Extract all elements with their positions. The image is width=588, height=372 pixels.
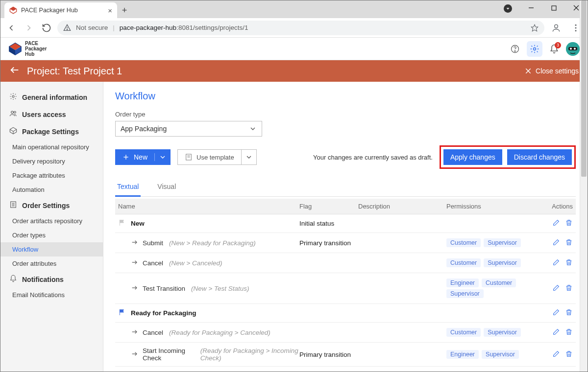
sidebar-item-package-attributes[interactable]: Package attributes: [0, 168, 103, 183]
svg-point-30: [14, 111, 16, 113]
svg-point-8: [67, 29, 67, 29]
transition-name: Cancel: [143, 329, 163, 336]
browser-address-bar: Not secure | pace-packager-hub:8081/sett…: [0, 18, 588, 38]
profile-icon[interactable]: [548, 20, 564, 36]
close-icon: [525, 68, 532, 74]
tab-visual[interactable]: Visual: [155, 179, 178, 197]
edit-icon[interactable]: [552, 258, 560, 268]
avatar[interactable]: [566, 42, 580, 56]
permission-chip[interactable]: Supervisor: [484, 328, 521, 337]
sidebar-section-users-access[interactable]: Users access: [0, 106, 103, 123]
edit-icon[interactable]: [552, 238, 560, 248]
sidebar-item-automation[interactable]: Automation: [0, 183, 103, 197]
col-header-flag: Flag: [299, 203, 358, 210]
order-type-value: App Packaging: [121, 125, 167, 133]
cube-logo-icon: [8, 42, 22, 56]
transition-name: Submit: [143, 239, 163, 247]
window-minimize-button[interactable]: [520, 0, 542, 15]
permission-chip[interactable]: Customer: [482, 279, 516, 287]
app-logo-text: PACE Packager Hub: [25, 41, 47, 57]
sidebar-section-label: Package Settings: [22, 128, 79, 136]
delete-icon[interactable]: [565, 284, 573, 293]
template-icon: [185, 153, 193, 161]
edit-icon[interactable]: [552, 219, 560, 228]
svg-point-23: [570, 47, 572, 49]
scrollbar[interactable]: [580, 0, 588, 372]
permission-chip[interactable]: Supervisor: [484, 258, 521, 267]
window-titlebar: PACE Packager Hub × +: [0, 0, 588, 18]
settings-gear-icon[interactable]: [527, 41, 542, 57]
arrow-right-icon: [131, 238, 139, 248]
new-tab-button[interactable]: +: [117, 5, 132, 16]
order-type-select[interactable]: App Packaging: [115, 121, 262, 137]
package-icon: [9, 127, 17, 136]
sidebar-item-order-attributes[interactable]: Order attributes: [0, 256, 103, 271]
use-template-dropdown[interactable]: [241, 149, 257, 165]
delete-icon[interactable]: [565, 328, 573, 337]
delete-icon[interactable]: [565, 350, 573, 359]
svg-point-29: [11, 111, 14, 114]
app-logo[interactable]: PACE Packager Hub: [8, 41, 47, 57]
scrollbar-thumb[interactable]: [581, 0, 587, 177]
transition-row: Submit(New > Ready for Packaging) Primar…: [115, 233, 576, 253]
sidebar-section-general-information[interactable]: General information: [0, 89, 103, 106]
svg-marker-2: [507, 8, 510, 10]
sidebar-item-main-operational-repository[interactable]: Main operational repository: [0, 140, 103, 154]
nav-back-button[interactable]: [4, 21, 18, 35]
sidebar-item-order-artifacts-repository[interactable]: Order artifacts repository: [0, 214, 103, 228]
edit-icon[interactable]: [552, 350, 560, 359]
nav-reload-button[interactable]: [40, 21, 53, 35]
permission-chip[interactable]: Supervisor: [446, 289, 484, 298]
url-path: :8081/settings/projects/1: [176, 24, 248, 31]
new-button-dropdown[interactable]: [155, 153, 171, 161]
sidebar-section-notifications[interactable]: Notifications: [0, 271, 103, 288]
gear-icon: [9, 93, 17, 102]
perm-cell: CustomerSupervisor: [446, 327, 529, 338]
delete-icon[interactable]: [565, 258, 573, 268]
discard-changes-button[interactable]: Discard changes: [507, 149, 572, 165]
sidebar-item-workflow[interactable]: Workflow: [0, 242, 103, 256]
delete-icon[interactable]: [565, 219, 573, 228]
edit-icon[interactable]: [552, 328, 560, 337]
chevron-down-icon: [249, 125, 257, 133]
flag-cell: Primary transition: [299, 351, 358, 358]
close-settings-button[interactable]: Close settings: [525, 67, 579, 75]
delete-icon[interactable]: [565, 238, 573, 248]
notification-bell-icon[interactable]: 3: [546, 41, 562, 57]
project-back-icon[interactable]: [9, 65, 20, 78]
flag-icon: [118, 308, 127, 318]
permission-chip[interactable]: Supervisor: [482, 350, 519, 359]
sidebar-section-package-settings[interactable]: Package Settings: [0, 123, 103, 140]
transition-path: (New > Test Status): [191, 285, 249, 292]
delete-icon[interactable]: [565, 308, 573, 318]
permission-chip[interactable]: Customer: [446, 258, 481, 267]
settings-sidebar: General informationUsers accessPackage S…: [0, 82, 103, 372]
permission-chip[interactable]: Engineer: [446, 350, 479, 359]
use-template-button[interactable]: Use template: [177, 149, 241, 165]
permission-chip[interactable]: Customer: [446, 328, 481, 337]
permission-chip[interactable]: Customer: [446, 238, 481, 247]
sidebar-item-delivery-repository[interactable]: Delivery repository: [0, 154, 103, 168]
svg-point-24: [574, 47, 576, 49]
account-dot-icon[interactable]: [504, 4, 512, 13]
help-icon[interactable]: [507, 41, 523, 57]
permission-chip[interactable]: Supervisor: [484, 238, 521, 247]
apply-changes-button[interactable]: Apply changes: [443, 149, 502, 165]
browser-tab-active[interactable]: PACE Packager Hub ×: [4, 2, 117, 18]
sidebar-section-order-settings[interactable]: Order Settings: [0, 197, 103, 214]
permission-chip[interactable]: Engineer: [446, 279, 479, 287]
tab-textual[interactable]: Textual: [115, 179, 141, 197]
window-maximize-button[interactable]: [542, 0, 565, 15]
edit-icon[interactable]: [552, 284, 560, 293]
tab-close-icon[interactable]: ×: [108, 6, 112, 15]
url-input[interactable]: Not secure | pace-packager-hub:8081/sett…: [57, 21, 544, 35]
sidebar-item-order-types[interactable]: Order types: [0, 228, 103, 242]
new-button[interactable]: New: [115, 149, 171, 165]
transition-name: Start Incoming Check: [143, 347, 195, 362]
nav-forward-button[interactable]: [22, 21, 36, 35]
star-icon[interactable]: [531, 24, 539, 32]
col-header-actions: Actions: [529, 203, 573, 210]
sidebar-item-email-notifications[interactable]: Email Notifications: [0, 288, 103, 302]
edit-icon[interactable]: [552, 308, 560, 318]
plus-icon: [122, 153, 130, 161]
